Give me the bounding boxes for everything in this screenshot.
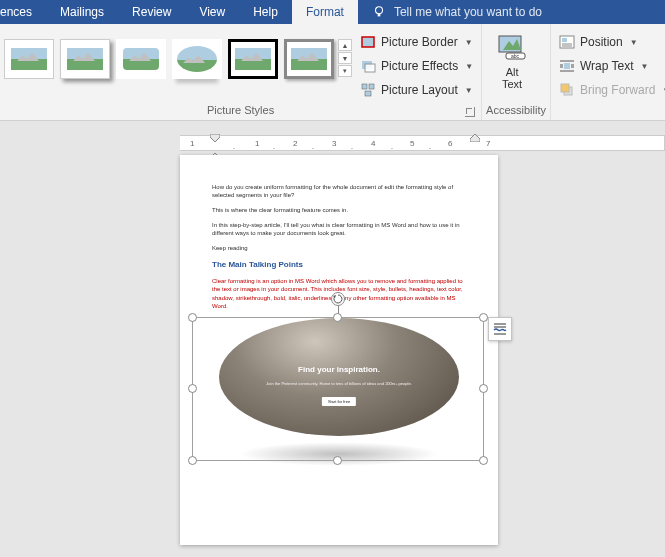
gallery-scroll: ▲ ▼ ▾ (338, 39, 352, 77)
chevron-down-icon: ▼ (465, 38, 473, 47)
document-canvas: 1 · 1 · 2 · 3 · 4 · 5 · 6 7 How do you c… (0, 121, 665, 557)
svg-rect-16 (564, 63, 570, 69)
tab-review[interactable]: Review (118, 0, 185, 24)
svg-rect-7 (365, 91, 371, 96)
picture-border-icon (360, 34, 376, 50)
alt-text-icon: abc (496, 31, 528, 63)
tab-help[interactable]: Help (239, 0, 292, 24)
ribbon: ▲ ▼ ▾ Picture Border ▼ Picture Effects ▼… (0, 24, 665, 121)
gallery-scroll-down[interactable]: ▼ (338, 52, 352, 64)
picture-subtext: Join the Pinterest community. Home to te… (219, 381, 459, 386)
chevron-down-icon: ▼ (630, 38, 638, 47)
style-simple-frame[interactable] (4, 39, 54, 79)
chevron-down-icon: ▼ (465, 62, 473, 71)
layout-options-button[interactable] (488, 317, 512, 341)
wrap-text-icon (559, 58, 575, 74)
style-thick-black-frame[interactable] (228, 39, 278, 79)
picture-caption: Find your inspiration. (219, 365, 459, 376)
position-icon (559, 34, 575, 50)
wrap-text-button[interactable]: Wrap Text ▼ (555, 55, 665, 77)
layout-options-icon (492, 321, 508, 337)
ribbon-tabs: ences Mailings Review View Help Format T… (0, 0, 665, 24)
svg-rect-2 (362, 37, 374, 47)
inserted-picture[interactable]: Find your inspiration. Join the Pinteres… (212, 318, 466, 466)
gallery-scroll-up[interactable]: ▲ (338, 39, 352, 51)
picture-border-button[interactable]: Picture Border ▼ (356, 31, 477, 53)
chevron-down-icon: ▼ (641, 62, 649, 71)
svg-rect-5 (362, 84, 367, 89)
group-label-accessibility: Accessibility (486, 102, 546, 120)
svg-marker-32 (470, 134, 480, 142)
svg-rect-24 (561, 84, 569, 92)
chevron-down-icon: ▼ (465, 86, 473, 95)
picture-layout-icon (360, 82, 376, 98)
dialog-launcher-picture-styles[interactable] (465, 107, 475, 117)
doc-paragraph: How do you create uniform formatting for… (212, 183, 466, 199)
picture-effects-icon (360, 58, 376, 74)
tab-view[interactable]: View (185, 0, 239, 24)
tab-references[interactable]: ences (0, 0, 46, 24)
svg-point-0 (375, 7, 382, 14)
style-rounded[interactable] (116, 39, 166, 79)
group-arrange: Position ▼ Wrap Text ▼ Bring Forward ▼ (551, 24, 665, 120)
doc-paragraph: In this step-by-step article, I'll tell … (212, 221, 466, 237)
doc-paragraph: This is where the clear formatting featu… (212, 206, 466, 214)
bring-forward-button[interactable]: Bring Forward ▼ (555, 79, 665, 101)
svg-rect-6 (369, 84, 374, 89)
picture-effects-button[interactable]: Picture Effects ▼ (356, 55, 477, 77)
position-button[interactable]: Position ▼ (555, 31, 665, 53)
tell-me-text: Tell me what you want to do (394, 5, 542, 19)
bring-forward-icon (559, 82, 575, 98)
svg-rect-4 (365, 64, 375, 72)
doc-heading: The Main Talking Points (212, 260, 466, 271)
horizontal-ruler[interactable]: 1 · 1 · 2 · 3 · 4 · 5 · 6 7 (180, 135, 665, 151)
style-compound-frame[interactable] (284, 39, 334, 79)
picture-layout-button[interactable]: Picture Layout ▼ (356, 79, 477, 101)
alt-text-label: Alt Text (502, 66, 522, 90)
group-label-picture-styles: Picture Styles (4, 102, 477, 120)
picture-styles-gallery (4, 27, 334, 79)
tell-me-search[interactable]: Tell me what you want to do (358, 0, 542, 24)
style-drop-shadow[interactable] (60, 39, 110, 79)
group-accessibility: abc Alt Text Accessibility (482, 24, 551, 120)
tab-format[interactable]: Format (292, 0, 358, 24)
first-line-indent-marker[interactable] (210, 134, 220, 152)
group-picture-styles: ▲ ▼ ▾ Picture Border ▼ Picture Effects ▼… (0, 24, 482, 120)
svg-rect-13 (562, 38, 567, 42)
svg-text:abc: abc (511, 53, 520, 59)
gallery-expand[interactable]: ▾ (338, 65, 352, 77)
doc-red-paragraph: Clear formatting is an option in MS Word… (212, 277, 466, 309)
document-page[interactable]: How do you create uniform formatting for… (180, 155, 498, 545)
style-soft-edge-oval[interactable] (172, 39, 222, 79)
svg-rect-1 (378, 14, 381, 17)
picture-shadow (239, 442, 439, 466)
lightbulb-icon (372, 5, 386, 19)
tab-mailings[interactable]: Mailings (46, 0, 118, 24)
right-indent-marker[interactable] (470, 134, 480, 152)
group-label-arrange: Arran (555, 102, 665, 120)
alt-text-button[interactable]: abc Alt Text (486, 27, 538, 90)
picture-inner-button: Start for free (322, 397, 356, 406)
svg-marker-30 (210, 134, 220, 142)
doc-paragraph: Keep reading (212, 244, 466, 252)
